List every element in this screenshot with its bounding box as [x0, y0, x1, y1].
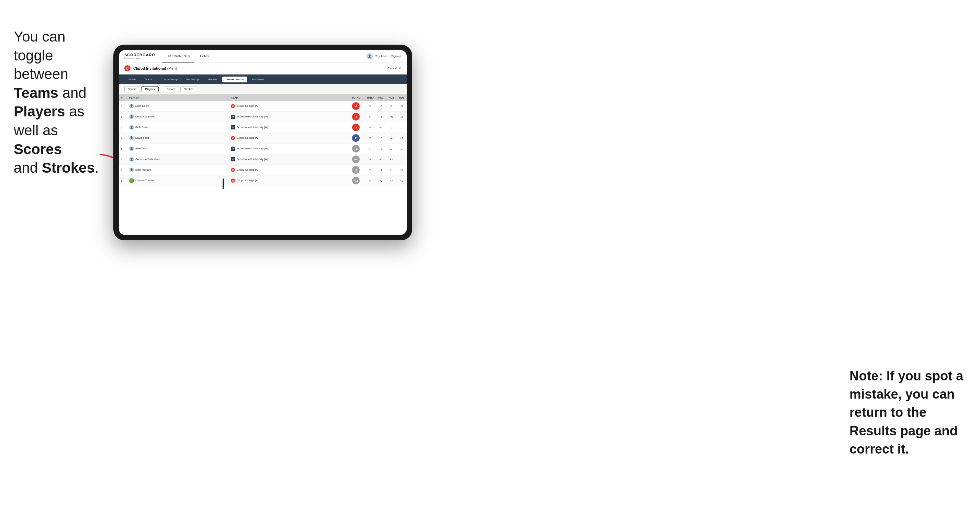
- team-logo: SB: [231, 125, 235, 129]
- cell-rd3: -5: [396, 101, 407, 111]
- cell-rd2: -2: [386, 122, 396, 133]
- tab-course-setup[interactable]: Course Setup: [158, 76, 181, 83]
- cell-num: 5: [119, 143, 127, 154]
- cell-thru: F: [364, 122, 376, 133]
- score-badge: -2: [352, 124, 360, 131]
- player-avatar: 👤: [129, 136, 134, 140]
- cell-num: 8: [119, 175, 127, 186]
- table-row: 6 👤Cameron Robertson SBScoreboard Univer…: [119, 154, 407, 165]
- tab-teams[interactable]: Teams: [141, 76, 156, 83]
- sign-out-link[interactable]: Sign out: [391, 55, 401, 58]
- tournament-name: Clippd Invitational (Men): [133, 66, 177, 70]
- tablet-screen: SCOREBOARD Powered by clippd TOURNAMENTS…: [119, 50, 407, 235]
- cell-total: E: [347, 133, 364, 143]
- cell-rd2: -6: [386, 101, 396, 111]
- cell-rd3: +2: [396, 175, 407, 186]
- score-badge: +11: [352, 177, 360, 184]
- team-logo: C: [231, 104, 235, 108]
- player-avatar: 👤: [129, 114, 134, 119]
- player-avatar: 👤: [129, 125, 134, 130]
- cell-team: CClippd College [A]: [229, 175, 347, 186]
- score-badge: +8: [352, 166, 360, 174]
- player-avatar: [129, 178, 134, 183]
- col-thru: THRU: [364, 94, 376, 101]
- scores-bold: Scores: [14, 141, 62, 157]
- nav-right: 👤 Test User | Sign out: [366, 53, 401, 59]
- cell-player: 👤Chris Robertson: [127, 111, 229, 122]
- tab-leaderboards[interactable]: Leaderboards: [222, 76, 247, 83]
- player-avatar: 👤: [129, 146, 134, 151]
- top-navigation: SCOREBOARD Powered by clippd TOURNAMENTS…: [119, 50, 407, 62]
- sub-navigation: Details Teams Course Setup Tee Groups Re…: [119, 75, 407, 84]
- players-tbody: 1 👤Elliot Ebert CClippd College [A] -8 F…: [119, 101, 407, 186]
- cell-rd1: +5: [376, 154, 386, 165]
- col-rd1: RD1: [376, 94, 386, 101]
- cell-rd2: +7: [386, 175, 396, 186]
- cell-num: 3: [119, 122, 127, 133]
- table-header: # PLAYER TEAM TOTAL THRU RD1 RD2 RD3: [119, 94, 407, 101]
- cell-rd2: +1: [386, 165, 396, 175]
- cell-thru: F: [364, 111, 376, 122]
- tab-details[interactable]: Details: [124, 76, 140, 83]
- player-avatar: 👤: [129, 168, 134, 172]
- cell-thru: F: [364, 101, 376, 111]
- cell-thru: F: [364, 175, 376, 186]
- tab-tee-groups[interactable]: Tee Groups: [182, 76, 204, 83]
- cell-total: +1: [347, 143, 364, 154]
- team-logo: SB: [231, 147, 235, 151]
- score-badge: +1: [352, 145, 360, 152]
- cell-rd1: +1: [376, 143, 386, 154]
- toggle-scores-button[interactable]: Scores: [163, 86, 179, 92]
- players-bold: Players: [14, 103, 65, 119]
- cell-total: -4: [347, 111, 364, 122]
- tablet-frame: SCOREBOARD Powered by clippd TOURNAMENTS…: [113, 44, 412, 240]
- col-rd3: RD3: [396, 94, 407, 101]
- score-badge: +6: [352, 156, 360, 163]
- cell-rd1: +2: [376, 175, 386, 186]
- cell-total: +8: [347, 165, 364, 175]
- table-row: 8 Marcus Turners CClippd College [A] +11…: [119, 175, 407, 186]
- strokes-bold: Strokes: [42, 160, 95, 176]
- leaderboard-table: # PLAYER TEAM TOTAL THRU RD1 RD2 RD3 1 👤…: [119, 94, 407, 235]
- nav-links: TOURNAMENTS TEAMS: [162, 50, 366, 62]
- score-badge: -4: [352, 113, 360, 121]
- cell-thru: F: [364, 165, 376, 175]
- user-icon: 👤: [366, 53, 373, 59]
- table-row: 4 👤David Ford CClippd College [A] E F +1…: [119, 133, 407, 143]
- tab-results[interactable]: Results: [205, 76, 221, 83]
- toggle-strokes-button[interactable]: Strokes: [180, 86, 197, 92]
- cancel-button[interactable]: Cancel ✕: [387, 67, 401, 70]
- cell-total: -2: [347, 122, 364, 133]
- tournament-logo: C: [124, 65, 130, 71]
- cell-thru: F: [364, 133, 376, 143]
- team-logo: SB: [231, 115, 235, 119]
- tab-printables[interactable]: Printables: [249, 76, 268, 83]
- cell-rd2: E: [386, 143, 396, 154]
- col-total: TOTAL: [347, 94, 364, 101]
- user-label: Test User |: [375, 55, 388, 58]
- cell-rd2: +5: [386, 111, 396, 122]
- nav-teams[interactable]: TEAMS: [194, 50, 213, 62]
- cell-rd3: -4: [396, 111, 407, 122]
- team-logo: C: [231, 136, 235, 140]
- toggle-teams-button[interactable]: Teams: [124, 86, 140, 92]
- toggle-players-button[interactable]: Players: [142, 86, 159, 92]
- col-rd2: RD2: [386, 94, 396, 101]
- cell-rd1: -5: [376, 111, 386, 122]
- cell-player: 👤Elliot Ebert: [127, 101, 229, 111]
- col-player: PLAYER: [127, 94, 229, 101]
- cell-num: 6: [119, 154, 127, 165]
- cell-num: 1: [119, 101, 127, 111]
- nav-tournaments[interactable]: TOURNAMENTS: [162, 50, 194, 62]
- cell-team: SBScoreboard University [A]: [229, 154, 347, 165]
- cell-rd3: E: [396, 143, 407, 154]
- cell-rd3: +6: [396, 165, 407, 175]
- toggle-area: Teams Players Scores Strokes: [119, 84, 407, 94]
- table-row: 1 👤Elliot Ebert CClippd College [A] -8 F…: [119, 101, 407, 111]
- score-badge: E: [352, 134, 360, 142]
- team-logo: C: [231, 179, 235, 183]
- team-logo: C: [231, 168, 235, 172]
- player-avatar: 👤: [129, 104, 134, 108]
- logo-sub: Powered by clippd: [124, 57, 155, 59]
- tournament-header: C Clippd Invitational (Men) Cancel ✕: [119, 62, 407, 75]
